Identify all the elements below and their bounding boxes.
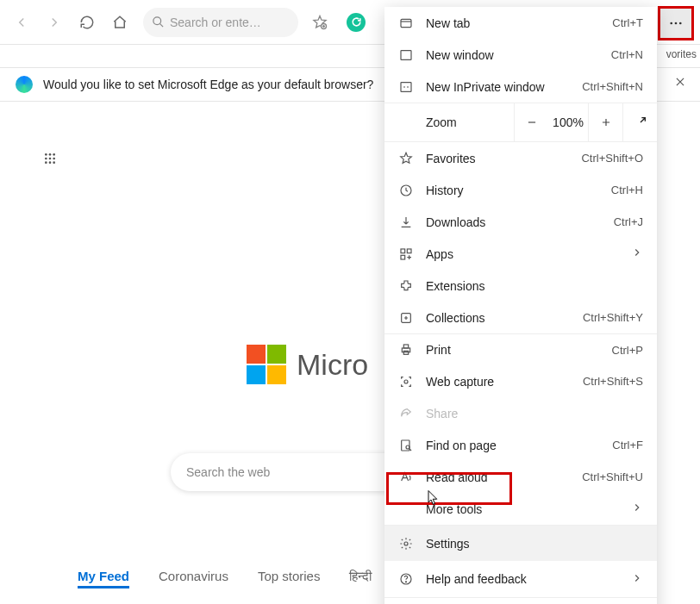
menu-item-label: Collections (426, 311, 571, 325)
menu-item-label: Downloads (426, 215, 602, 229)
menu-zoom-row: Zoom100% (384, 103, 657, 142)
newtab-icon (398, 16, 414, 30)
history-icon (398, 184, 414, 197)
menu-item-hotkey: Ctrl+P (612, 344, 643, 357)
chevron-right-icon (631, 572, 643, 587)
ext-icon (398, 279, 414, 293)
menu-item-help-and-feedback[interactable]: Help and feedback (384, 561, 657, 597)
menu-item-share: Share (384, 397, 657, 429)
svg-rect-15 (401, 50, 411, 59)
grammarly-extension-icon[interactable] (347, 13, 366, 32)
menu-item-label: New window (426, 48, 599, 62)
svg-point-30 (405, 582, 406, 582)
home-button[interactable] (105, 8, 134, 37)
menu-item-close-microsoft-edge[interactable]: Close Microsoft Edge (384, 597, 657, 604)
menu-item-hotkey: Ctrl+Shift+S (583, 375, 643, 388)
svg-rect-20 (401, 255, 405, 259)
menu-item-label: Share (426, 407, 643, 420)
refresh-button[interactable] (72, 8, 102, 37)
menu-item-label: More tools (426, 502, 619, 516)
menu-item-label: Apps (426, 247, 619, 261)
menu-item-label: Favorites (426, 152, 569, 165)
menu-item-collections[interactable]: CollectionsCtrl+Shift+Y (384, 302, 657, 333)
svg-point-6 (49, 153, 52, 156)
menu-item-label: New tab (426, 16, 600, 30)
menu-item-extensions[interactable]: Extensions (384, 270, 657, 302)
app-launcher-icon[interactable] (43, 152, 57, 165)
microsoft-logo-icon (247, 345, 286, 384)
svg-point-10 (53, 158, 55, 160)
menu-item-apps[interactable]: Apps (384, 238, 657, 270)
menu-item-new-inprivate-window[interactable]: New InPrivate windowCtrl+Shift+N (384, 71, 657, 103)
menu-item-settings[interactable]: Settings (384, 525, 657, 561)
zoom-out-button[interactable] (514, 103, 548, 142)
menu-item-label: Read aloud (426, 470, 570, 484)
menu-item-hotkey: Ctrl+N (611, 48, 643, 61)
menu-item-hotkey: Ctrl+J (614, 215, 643, 228)
menu-item-hotkey: Ctrl+F (612, 439, 643, 451)
favorites-label-fragment: vorites (666, 48, 697, 60)
tab-top-stories[interactable]: Top stories (258, 569, 321, 588)
address-bar[interactable]: Search or ente… (143, 8, 298, 37)
more-menu-button[interactable] (659, 7, 693, 40)
back-button[interactable] (7, 8, 36, 37)
star-icon (398, 152, 414, 165)
tab-my-feed[interactable]: My Feed (78, 569, 129, 588)
chevron-right-icon (631, 501, 643, 516)
address-placeholder: Search or ente… (170, 16, 261, 29)
browser-menu: New tabCtrl+TNew windowCtrl+NNew InPriva… (384, 7, 657, 604)
feed-tabs: My Feed Coronavirus Top stories हिन्दी (78, 569, 372, 588)
menu-item-downloads[interactable]: DownloadsCtrl+J (384, 206, 657, 238)
menu-item-web-capture[interactable]: Web captureCtrl+Shift+S (384, 365, 657, 397)
tab-hindi[interactable]: हिन्दी (349, 569, 372, 588)
zoom-value: 100% (548, 115, 588, 129)
read-icon (398, 470, 414, 484)
fullscreen-button[interactable] (622, 103, 657, 142)
menu-item-more-tools[interactable]: More tools (384, 493, 657, 525)
menu-item-hotkey: Ctrl+Shift+Y (583, 311, 643, 324)
menu-item-favorites[interactable]: FavoritesCtrl+Shift+O (384, 142, 657, 174)
tab-coronavirus[interactable]: Coronavirus (159, 569, 228, 588)
close-prompt-button[interactable] (674, 76, 686, 90)
menu-item-hotkey: Ctrl+H (611, 184, 643, 196)
svg-point-9 (49, 158, 52, 160)
menu-item-find-on-page[interactable]: Find on pageCtrl+F (384, 429, 657, 461)
favorites-star-button[interactable] (305, 8, 334, 37)
inprivate-icon (398, 80, 414, 94)
forward-button[interactable] (40, 8, 69, 37)
svg-point-8 (45, 158, 47, 160)
svg-point-2 (670, 22, 672, 25)
menu-item-hotkey: Ctrl+Shift+N (582, 80, 643, 93)
svg-point-28 (404, 542, 408, 545)
svg-point-25 (404, 380, 408, 383)
share-icon (398, 407, 414, 420)
collections-icon (398, 311, 414, 325)
web-search-placeholder: Search the web (186, 465, 270, 479)
window-icon (398, 48, 414, 62)
menu-item-hotkey: Ctrl+T (612, 16, 643, 29)
svg-rect-16 (401, 82, 411, 91)
zoom-in-button[interactable] (588, 103, 622, 142)
logo-text: Micro (297, 348, 368, 382)
gear-icon (398, 537, 414, 551)
menu-item-read-aloud[interactable]: Read aloudCtrl+Shift+U (384, 461, 657, 493)
menu-item-print[interactable]: PrintCtrl+P (384, 333, 657, 365)
svg-point-5 (45, 153, 47, 156)
svg-point-12 (49, 161, 52, 164)
menu-item-history[interactable]: HistoryCtrl+H (384, 174, 657, 206)
menu-item-hotkey: Ctrl+Shift+U (582, 470, 643, 483)
menu-item-label: Help and feedback (426, 572, 619, 586)
download-icon (398, 215, 414, 229)
menu-item-label: Find on page (426, 439, 600, 452)
menu-item-label: Print (426, 343, 600, 357)
menu-item-new-window[interactable]: New windowCtrl+N (384, 39, 657, 71)
apps-icon (398, 247, 414, 261)
menu-item-new-tab[interactable]: New tabCtrl+T (384, 7, 657, 39)
print-icon (398, 343, 414, 357)
menu-item-label: Web capture (426, 375, 571, 389)
svg-point-3 (675, 22, 678, 25)
find-icon (398, 439, 414, 452)
svg-rect-23 (403, 345, 408, 348)
svg-point-11 (45, 161, 47, 164)
svg-rect-14 (401, 19, 411, 27)
